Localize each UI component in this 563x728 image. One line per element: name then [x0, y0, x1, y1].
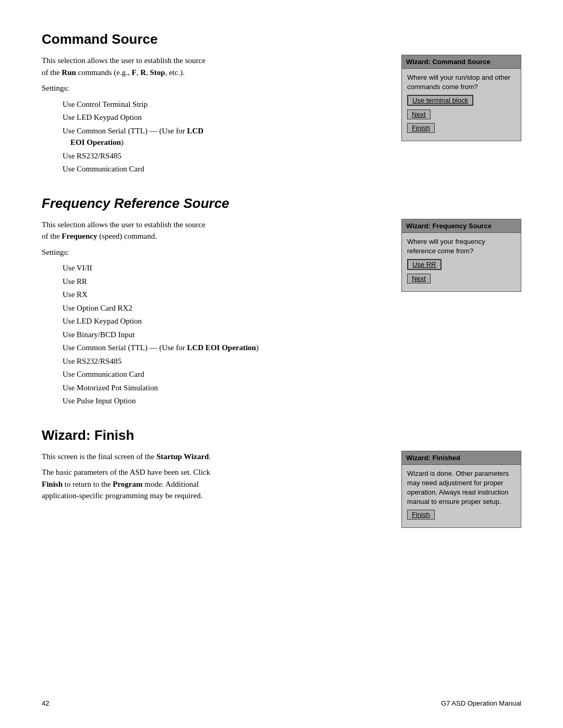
list-item: Use Option Card RX2 [63, 302, 386, 314]
wizard-finish-row: Finish [407, 123, 516, 135]
wizard-finish-text: This screen is the final screen of the S… [42, 451, 386, 506]
frequency-source-title: Frequency Reference Source [42, 195, 521, 212]
command-source-settings-label: Settings: [42, 82, 386, 94]
wizard-finish-intro1: This screen is the final screen of the S… [42, 451, 386, 463]
wizard-frequency-source-body: Where will your frequency reference come… [402, 233, 521, 291]
list-item: Use Binary/BCD Input [63, 329, 386, 341]
list-item: Use RR [63, 276, 386, 288]
page: Command Source This selection allows the… [0, 0, 563, 728]
wizard-command-source-box: Wizard: Command Source Where will your r… [401, 55, 521, 141]
list-item: Use Motorized Pot Simulation [63, 382, 386, 394]
freq-next-button[interactable]: Next [407, 274, 431, 283]
manual-title: G7 ASD Operation Manual [441, 699, 521, 707]
wizard-finish-title: Wizard: Finish [42, 427, 521, 443]
list-item: Use Pulse Input Option [63, 395, 386, 407]
list-item: Use Control Terminal Strip [63, 98, 386, 110]
wizard-finish-body: Wizard is done. Other parameters may nee… [402, 465, 521, 528]
command-source-section: Command Source This selection allows the… [42, 31, 521, 177]
frequency-source-text: This selection allows the user to establ… [42, 219, 386, 409]
list-item: Use Common Serial (TTL) — (Use for LCD E… [63, 342, 386, 354]
wizard-finish-button[interactable]: Finish [407, 510, 435, 520]
wizard-finish-body-text: Wizard is done. Other parameters may nee… [407, 469, 516, 507]
list-item: Use Common Serial (TTL) — (Use for LCD E… [63, 125, 386, 149]
wizard-finish-header: Wizard: Finished [402, 451, 521, 465]
list-item: Use VI/II [63, 262, 386, 274]
wizard-frequency-source-text: Where will your frequency reference come… [407, 237, 516, 256]
wizard-finish-btn-row: Finish [407, 510, 516, 522]
list-item: Use RS232/RS485 [63, 355, 386, 367]
wizard-freq-selected-row: Use RR [407, 259, 516, 272]
command-source-settings-list: Use Control Terminal Strip Use LED Keypa… [42, 98, 386, 175]
wizard-finish-content: This screen is the final screen of the S… [42, 451, 521, 528]
page-number: 42 [42, 699, 49, 707]
finish-button[interactable]: Finish [407, 123, 435, 133]
list-item: Use LED Keypad Option [63, 112, 386, 124]
command-source-content: This selection allows the user to establ… [42, 55, 521, 177]
list-item: Use Communication Card [63, 368, 386, 380]
frequency-source-section: Frequency Reference Source This selectio… [42, 195, 521, 409]
list-item: Use Communication Card [63, 163, 386, 175]
frequency-source-settings-list: Use VI/II Use RR Use RX Use Option Card … [42, 262, 386, 407]
wizard-command-source-header: Wizard: Command Source [402, 55, 521, 69]
command-source-text: This selection allows the user to establ… [42, 55, 386, 177]
wizard-frequency-source-header: Wizard: Frequency Source [402, 219, 521, 233]
command-source-intro1: This selection allows the user to establ… [42, 55, 386, 78]
wizard-frequency-source-box: Wizard: Frequency Source Where will your… [401, 219, 521, 292]
frequency-source-settings-label: Settings: [42, 246, 386, 258]
list-item: Use RS232/RS485 [63, 150, 386, 162]
next-button[interactable]: Next [407, 109, 431, 119]
wizard-freq-next-row: Next [407, 274, 516, 286]
frequency-source-content: This selection allows the user to establ… [42, 219, 521, 409]
command-source-title: Command Source [42, 31, 521, 47]
list-item: Use RX [63, 289, 386, 301]
wizard-command-source-text: Where will your run/stop and other comma… [407, 73, 516, 92]
list-item: Use LED Keypad Option [63, 315, 386, 327]
wizard-command-source-selected: Use terminal block [407, 95, 516, 108]
wizard-finish-box: Wizard: Finished Wizard is done. Other p… [401, 451, 521, 528]
wizard-finish-intro2: The basic parameters of the ASD have bee… [42, 466, 386, 502]
footer: 42 G7 ASD Operation Manual [42, 699, 521, 707]
frequency-source-intro: This selection allows the user to establ… [42, 219, 386, 242]
wizard-command-source-body: Where will your run/stop and other comma… [402, 69, 521, 141]
use-terminal-block-button[interactable]: Use terminal block [407, 95, 473, 106]
wizard-finish-section: Wizard: Finish This screen is the final … [42, 427, 521, 528]
use-rr-button[interactable]: Use RR [407, 259, 442, 270]
wizard-next-row: Next [407, 109, 516, 121]
